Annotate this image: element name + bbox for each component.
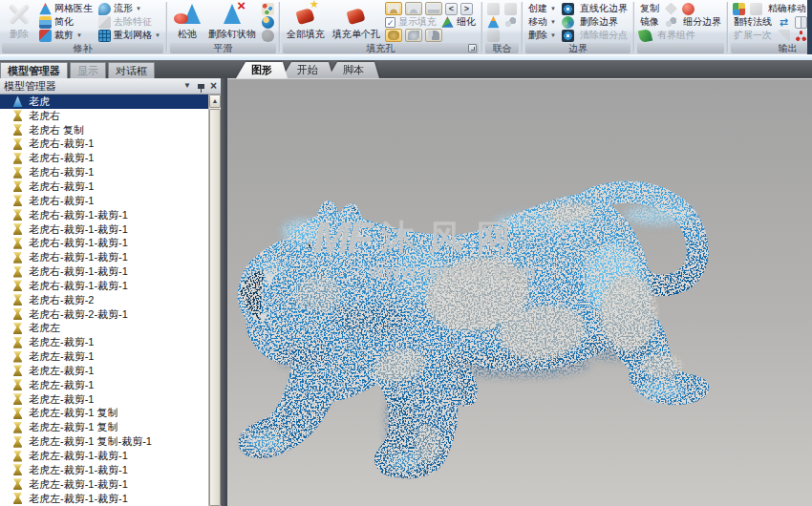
tree-row[interactable]: 老虎左-裁剪-1	[0, 378, 221, 392]
tree-row[interactable]: 老虎右-裁剪-1-裁剪-1	[0, 250, 221, 264]
flip-normals-button[interactable]: 翻转法线	[732, 15, 774, 29]
view-tab[interactable]: 图形	[236, 62, 288, 78]
remove-spikes-button[interactable]: 删除钉状物	[205, 1, 259, 43]
cube-color-button[interactable]	[732, 3, 746, 15]
mesh-object-icon	[12, 323, 23, 334]
planes-button[interactable]	[794, 16, 808, 29]
tree-scrollbar[interactable]: ▲	[208, 95, 221, 506]
scroll-up-button[interactable]: ▲	[209, 95, 221, 108]
tree-row[interactable]: 老虎右-裁剪-1-裁剪-1	[0, 236, 221, 250]
tree-item-label: 老虎右-裁剪-2-裁剪-1	[29, 307, 128, 322]
tree-row[interactable]: 老虎右	[0, 109, 221, 123]
next-hole-button[interactable]: >	[460, 3, 473, 15]
chevron-down-icon[interactable]: ▼	[183, 81, 191, 91]
view-tab[interactable]: 开始	[282, 62, 333, 78]
tree-row[interactable]: 老虎右-裁剪-2-裁剪-1	[0, 307, 221, 322]
fill-complete-toggle[interactable]	[385, 29, 402, 42]
ring-button[interactable]	[561, 30, 575, 42]
fill-single-hole-button[interactable]: 填充单个孔	[330, 1, 383, 43]
button-label: 全部填充	[287, 28, 325, 41]
wave-button[interactable]	[561, 3, 575, 15]
ball-blue-icon	[262, 16, 274, 29]
relax-button[interactable]: 松弛	[171, 1, 203, 43]
tree-row[interactable]: 老虎左-裁剪-1 复制-裁剪-1	[0, 434, 221, 449]
refine-button[interactable]: 细化	[439, 15, 478, 29]
tree-row[interactable]: 老虎右-裁剪-1	[0, 194, 221, 208]
button-label: 裁剪	[54, 29, 74, 42]
tree-row[interactable]: 老虎左-裁剪-1 复制	[0, 407, 221, 421]
delete-boundary-button[interactable]: 删除边界	[578, 15, 620, 29]
tree-row[interactable]: 老虎右-裁剪-1	[0, 151, 221, 165]
spheres-pair-button[interactable]	[664, 16, 678, 29]
tree-row[interactable]: 老虎左-裁剪-1	[0, 335, 221, 349]
panel-splitter[interactable]	[221, 78, 227, 506]
mesh-doctor-button[interactable]: 网格医生	[37, 2, 95, 15]
copy-button[interactable]: 复制	[638, 2, 661, 15]
combine-cone-button[interactable]	[486, 16, 501, 29]
move-boundary-button[interactable]: 移动▼	[526, 15, 558, 29]
subdivide-boundary-button[interactable]: 细分边界	[681, 15, 723, 29]
tree-row[interactable]: 老虎右-裁剪-1	[0, 137, 221, 152]
button-row: 简化	[37, 15, 95, 29]
prev-hole-button[interactable]: <	[445, 3, 458, 15]
manifold-button[interactable]: 流形▼	[96, 2, 143, 15]
combine-spheres-button[interactable]	[503, 16, 518, 29]
dialog-launcher-icon[interactable]	[468, 44, 477, 53]
trim-button[interactable]: 裁剪▼	[37, 29, 84, 42]
hole-curvature-toggle[interactable]	[385, 2, 402, 15]
panel-tab[interactable]: 对话框	[108, 62, 155, 78]
tree-row[interactable]: 老虎左-裁剪-1	[0, 364, 221, 378]
red-dots-button[interactable]	[794, 30, 808, 42]
tree-row[interactable]: 老虎左-裁剪-1 复制	[0, 420, 221, 434]
tree-row[interactable]: 老虎右 复制	[0, 123, 221, 137]
scrollbar-thumb[interactable]	[209, 109, 221, 506]
tree-row[interactable]: 老虎右-裁剪-1	[0, 165, 221, 179]
panel-tab[interactable]: 模型管理器	[0, 62, 68, 78]
button-row: 重划网格▼	[96, 29, 162, 42]
tree-row[interactable]: 老虎左-裁剪-1	[0, 392, 221, 407]
precise-move-button[interactable]: 精确移动	[766, 2, 808, 15]
tree-row[interactable]: 老虎右-裁剪-1-裁剪-1	[0, 222, 221, 237]
tree-row[interactable]: 老虎左-裁剪-1	[0, 349, 221, 364]
button-row	[486, 15, 518, 29]
show-fill-checkbox[interactable]: ✓显示填充	[385, 15, 437, 29]
fill-bridge-toggle[interactable]	[425, 29, 442, 42]
dropdown-arrow-icon: ▼	[136, 6, 141, 11]
tree-item-label: 老虎右-裁剪-1	[29, 194, 94, 208]
tree-row[interactable]: 老虎右-裁剪-1-裁剪-1	[0, 279, 221, 293]
button-label: 移动	[528, 15, 547, 29]
tiger-model[interactable]	[227, 79, 812, 506]
hole-flat-toggle[interactable]	[425, 2, 442, 15]
clear-subdivision-button: 清除细分点	[578, 29, 630, 42]
tree-row[interactable]: 老虎	[0, 95, 221, 109]
simplify-button[interactable]: 简化	[37, 15, 75, 29]
tree-row[interactable]: 老虎右-裁剪-1	[0, 179, 221, 194]
swap-button[interactable]: ⇄	[777, 16, 791, 29]
tree-row[interactable]: 老虎右-裁剪-1-裁剪-1	[0, 264, 221, 279]
tree-row[interactable]: 老虎右-裁剪-2	[0, 293, 221, 307]
straighten-boundary-button[interactable]: 直线化边界	[578, 2, 630, 15]
create-boundary-button[interactable]: 创建▼	[526, 2, 558, 15]
mirror-button[interactable]: 镜像	[638, 15, 661, 29]
pin-icon[interactable]	[198, 84, 204, 89]
3d-viewport[interactable]: MF 沐风网 www.mfcad.com	[227, 78, 812, 506]
red-ball-button[interactable]	[681, 3, 695, 15]
leaf-button[interactable]	[638, 30, 652, 42]
close-icon[interactable]: ×	[210, 81, 217, 92]
inflate-button[interactable]	[261, 16, 275, 29]
fill-all-button[interactable]: 全部填充	[284, 1, 328, 43]
button-label: 流形	[114, 2, 133, 15]
remesh-button[interactable]: 重划网格▼	[96, 29, 162, 42]
tree-row[interactable]: 老虎左-裁剪-1-裁剪-1	[0, 477, 221, 492]
tree-row[interactable]: 老虎左-裁剪-1-裁剪-1	[0, 449, 221, 463]
delete-menu-button[interactable]: 删除▼	[526, 29, 558, 42]
hole-tangent-toggle[interactable]	[405, 2, 422, 15]
tree-row[interactable]: 老虎左	[0, 322, 221, 336]
fill-partial-toggle[interactable]	[405, 29, 422, 42]
swirl-button[interactable]	[561, 16, 575, 29]
tree-row[interactable]: 老虎左-裁剪-1-裁剪-1	[0, 463, 221, 477]
tree-row[interactable]: 老虎左-裁剪-1-裁剪-1	[0, 492, 221, 506]
tree-row[interactable]: 老虎右-裁剪-1-裁剪-1	[0, 208, 221, 222]
view-tab[interactable]: 脚本	[328, 62, 379, 78]
sandpaper-button[interactable]	[261, 3, 275, 15]
